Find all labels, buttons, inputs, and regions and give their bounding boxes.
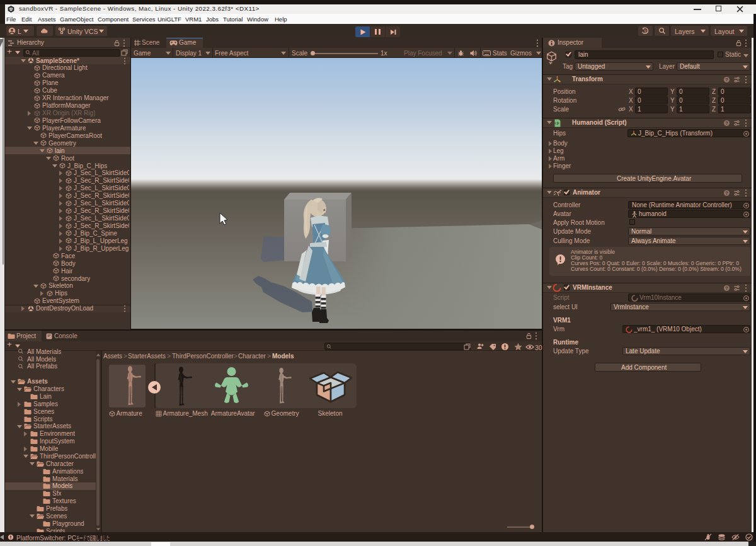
svg-text:9: 9: [644, 29, 646, 33]
